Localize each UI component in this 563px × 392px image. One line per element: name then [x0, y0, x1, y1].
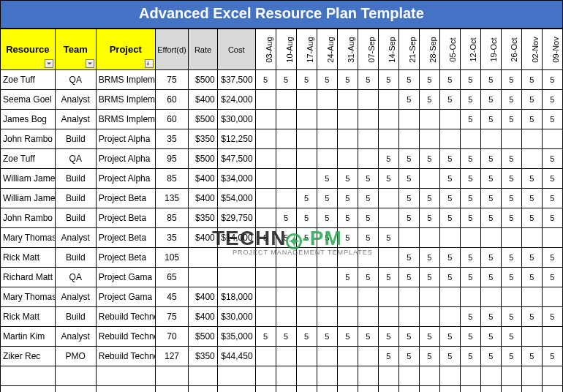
cell-day[interactable]: 5 — [480, 90, 501, 110]
cell-day[interactable] — [398, 110, 419, 129]
cell-empty[interactable] — [337, 386, 358, 393]
cell-empty[interactable] — [439, 386, 460, 393]
cell-cost[interactable]: $44,450 — [217, 347, 255, 366]
cell-day[interactable]: 5 — [317, 70, 337, 90]
cell-resource[interactable]: James Bog — [1, 110, 56, 129]
cell-resource[interactable]: Zoe Tuff — [1, 70, 56, 90]
cell-day[interactable] — [542, 327, 562, 347]
cell-day[interactable]: 5 — [439, 90, 460, 110]
cell-day[interactable]: 5 — [296, 228, 317, 248]
cell-empty[interactable] — [296, 386, 317, 393]
cell-day[interactable]: 5 — [501, 70, 521, 90]
cell-day[interactable]: 5 — [439, 70, 460, 90]
cell-rate[interactable]: $350 — [189, 208, 217, 228]
cell-day[interactable]: 5 — [398, 189, 419, 208]
cell-day[interactable]: 5 — [398, 268, 419, 287]
cell-empty[interactable] — [501, 366, 521, 386]
cell-day[interactable]: 5 — [337, 228, 358, 248]
cell-day[interactable]: 5 — [501, 307, 521, 327]
cell-empty[interactable] — [255, 366, 276, 386]
cell-empty[interactable] — [217, 366, 255, 386]
cell-day[interactable] — [542, 228, 562, 248]
cell-day[interactable]: 5 — [542, 307, 562, 327]
cell-day[interactable] — [255, 208, 276, 228]
cell-day[interactable]: 5 — [398, 90, 419, 110]
cell-day[interactable]: 5 — [378, 70, 398, 90]
cell-day[interactable]: 5 — [501, 149, 521, 169]
cell-day[interactable] — [358, 90, 378, 110]
cell-day[interactable]: 5 — [521, 248, 542, 268]
cell-team[interactable]: QA — [55, 268, 96, 287]
cell-project[interactable]: Project Beta — [96, 228, 155, 248]
cell-project[interactable]: BRMS Impleme — [96, 70, 155, 90]
cell-day[interactable]: 5 — [439, 189, 460, 208]
cell-day[interactable] — [501, 129, 521, 149]
cell-day[interactable] — [398, 129, 419, 149]
cell-cost[interactable]: $35,000 — [217, 327, 255, 347]
cell-rate[interactable]: $400 — [189, 189, 217, 208]
cell-day[interactable] — [480, 228, 501, 248]
cell-day[interactable]: 5 — [358, 327, 378, 347]
cell-team[interactable]: Analyst — [55, 110, 96, 129]
cell-day[interactable]: 5 — [439, 149, 460, 169]
cell-day[interactable]: 5 — [255, 327, 276, 347]
cell-project[interactable]: Project Alpha — [96, 169, 155, 189]
cell-day[interactable]: 5 — [378, 169, 398, 189]
cell-empty[interactable] — [378, 366, 398, 386]
cell-cost[interactable]: $34,000 — [217, 169, 255, 189]
cell-resource[interactable]: Zoe Tuff — [1, 149, 56, 169]
cell-day[interactable]: 5 — [276, 327, 296, 347]
cell-effort[interactable]: 105 — [155, 248, 189, 268]
cell-day[interactable]: 5 — [501, 268, 521, 287]
cell-empty[interactable] — [542, 366, 562, 386]
cell-day[interactable] — [521, 287, 542, 307]
cell-day[interactable]: 5 — [255, 70, 276, 90]
cell-day[interactable] — [296, 90, 317, 110]
cell-empty[interactable] — [276, 366, 296, 386]
cell-day[interactable]: 5 — [480, 268, 501, 287]
cell-day[interactable] — [439, 110, 460, 129]
cell-day[interactable] — [255, 90, 276, 110]
cell-day[interactable] — [358, 248, 378, 268]
cell-day[interactable]: 5 — [542, 268, 562, 287]
cell-day[interactable] — [480, 129, 501, 149]
cell-day[interactable]: 5 — [460, 347, 480, 366]
cell-project[interactable]: Project Beta — [96, 248, 155, 268]
cell-day[interactable] — [317, 90, 337, 110]
cell-effort[interactable]: 85 — [155, 169, 189, 189]
cell-day[interactable] — [296, 129, 317, 149]
cell-day[interactable]: 5 — [439, 268, 460, 287]
cell-day[interactable] — [255, 189, 276, 208]
cell-day[interactable]: 5 — [276, 70, 296, 90]
cell-day[interactable] — [419, 110, 439, 129]
cell-day[interactable]: 5 — [521, 90, 542, 110]
cell-day[interactable]: 5 — [480, 347, 501, 366]
cell-rate[interactable]: $500 — [189, 70, 217, 90]
cell-day[interactable]: 5 — [480, 70, 501, 90]
cell-day[interactable] — [460, 129, 480, 149]
cell-day[interactable]: 5 — [542, 169, 562, 189]
cell-rate[interactable]: $500 — [189, 149, 217, 169]
cell-day[interactable] — [296, 110, 317, 129]
cell-day[interactable]: 5 — [501, 248, 521, 268]
cell-team[interactable]: Analyst — [55, 287, 96, 307]
cell-empty[interactable] — [460, 366, 480, 386]
cell-effort[interactable]: 35 — [155, 228, 189, 248]
cell-day[interactable] — [337, 90, 358, 110]
cell-day[interactable] — [276, 129, 296, 149]
cell-empty[interactable] — [542, 386, 562, 393]
cell-effort[interactable]: 85 — [155, 208, 189, 228]
cell-day[interactable] — [439, 228, 460, 248]
cell-empty[interactable] — [480, 386, 501, 393]
cell-day[interactable]: 5 — [460, 110, 480, 129]
cell-empty[interactable] — [189, 386, 217, 393]
cell-resource[interactable]: Martin Kim — [1, 327, 56, 347]
cell-day[interactable]: 5 — [358, 189, 378, 208]
cell-day[interactable]: 5 — [358, 268, 378, 287]
cell-empty[interactable] — [1, 366, 56, 386]
cell-day[interactable]: 5 — [460, 327, 480, 347]
cell-day[interactable]: 5 — [358, 228, 378, 248]
cell-day[interactable] — [398, 307, 419, 327]
cell-day[interactable]: 5 — [501, 110, 521, 129]
cell-day[interactable]: 5 — [480, 208, 501, 228]
